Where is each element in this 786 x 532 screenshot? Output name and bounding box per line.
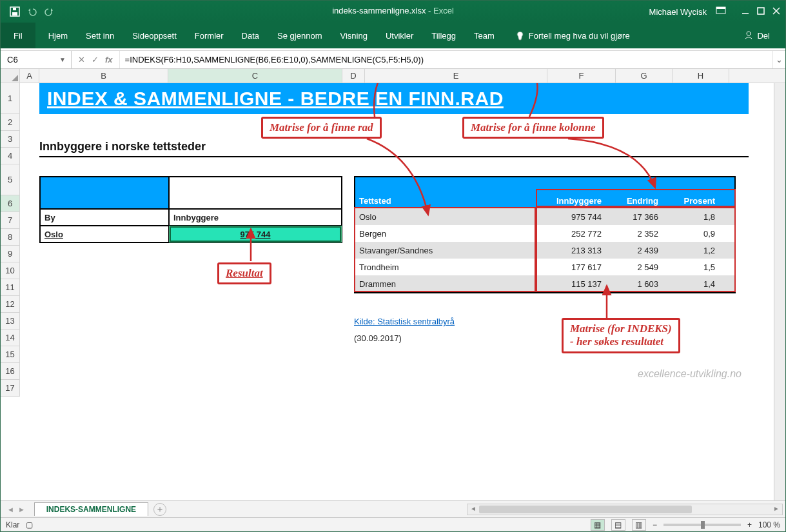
column-headers: A B C D E F G H [1, 69, 785, 83]
undo-icon[interactable] [26, 7, 38, 16]
col-header-F[interactable]: F [547, 69, 616, 83]
row-header-15[interactable]: 15 [1, 346, 19, 363]
horizontal-scrollbar[interactable] [467, 504, 783, 515]
tell-me-search[interactable]: Fortell meg hva du vil gjøre [504, 23, 736, 48]
vertical-scrollbar[interactable] [774, 83, 785, 500]
result-city[interactable]: Oslo [41, 226, 170, 242]
zoom-in-button[interactable]: + [747, 520, 752, 529]
user-name[interactable]: Michael Wycisk [649, 7, 707, 17]
result-table: By Innbyggere Oslo 975 744 [39, 176, 342, 243]
zoom-level[interactable]: 100 % [758, 520, 780, 529]
macro-record-icon[interactable]: ▢ [26, 520, 33, 529]
sheet-nav-prev-icon[interactable]: ◄ [7, 506, 14, 513]
row-header-5[interactable]: 5 [1, 164, 19, 195]
insert-function-icon[interactable]: fx [105, 55, 113, 64]
tab-visning[interactable]: Visning [331, 23, 376, 48]
save-icon[interactable] [10, 6, 20, 17]
row-header-2[interactable]: 2 [1, 114, 19, 131]
tab-file[interactable]: Fil [1, 23, 35, 48]
watermark: excellence-utvikling.no [638, 368, 742, 380]
lightbulb-icon [515, 31, 525, 41]
spreadsheet-grid[interactable]: 1 2 3 4 5 6 7 8 9 10 11 12 13 14 15 16 1… [1, 83, 774, 500]
sheet-tab-bar: ◄ ► INDEKS-SAMMENLIGNE ＋ [1, 500, 785, 517]
tab-formler[interactable]: Formler [186, 23, 233, 48]
formula-input[interactable] [120, 51, 772, 68]
row-header-4[interactable]: 4 [1, 148, 19, 164]
new-sheet-button[interactable]: ＋ [153, 503, 166, 516]
svg-rect-2 [13, 8, 16, 10]
tab-tillegg[interactable]: Tillegg [422, 23, 465, 48]
result-header-innbyggere: Innbyggere [170, 210, 341, 225]
tab-segjennom[interactable]: Se gjennom [268, 23, 331, 48]
col-header-A[interactable]: A [20, 69, 39, 83]
annot-resultat: Resultat [217, 262, 271, 284]
source-link[interactable]: Kilde: Statistisk sentralbyrå [354, 317, 455, 326]
select-all-corner[interactable] [1, 69, 20, 83]
col-header-E[interactable]: E [365, 69, 547, 83]
subtitle: Innbyggere i norske tettsteder [39, 140, 749, 157]
row-header-14[interactable]: 14 [1, 330, 19, 346]
name-box-input[interactable] [6, 54, 44, 65]
expand-formula-bar-icon[interactable]: ⌄ [772, 51, 785, 68]
tab-data[interactable]: Data [233, 23, 268, 48]
maximize-icon[interactable] [757, 7, 765, 17]
row-header-8[interactable]: 8 [1, 229, 19, 246]
row-header-7[interactable]: 7 [1, 212, 19, 229]
result-value-cell[interactable]: 975 744 [170, 226, 341, 242]
accept-formula-icon[interactable]: ✓ [92, 55, 99, 64]
row-header-13[interactable]: 13 [1, 313, 19, 330]
app-name: Excel [433, 6, 454, 15]
table-row: Stavanger/Sandnes213 3132 4391,2 [355, 242, 734, 259]
col-header-D[interactable]: D [342, 69, 365, 83]
chevron-down-icon[interactable]: ▼ [59, 56, 66, 63]
col-header-H[interactable]: H [673, 69, 729, 83]
row-header-16[interactable]: 16 [1, 363, 19, 380]
annot-matrise-rad: Matrise for å finne rad [261, 117, 382, 139]
name-box[interactable]: ▼ [1, 51, 72, 68]
row-header-11[interactable]: 11 [1, 279, 19, 296]
row-header-3[interactable]: 3 [1, 131, 19, 148]
row-header-1[interactable]: 1 [1, 83, 19, 114]
result-header-by: By [41, 210, 170, 225]
window-titlebar: indeks-sammenligne.xlsx - Excel Michael … [1, 1, 785, 23]
dth-prosent: Prosent [662, 196, 719, 206]
share-icon [744, 30, 753, 41]
row-header-9[interactable]: 9 [1, 246, 19, 262]
close-icon[interactable] [772, 7, 780, 17]
zoom-slider[interactable] [663, 524, 741, 526]
view-page-layout-icon[interactable]: ▤ [611, 519, 625, 531]
dth-tettsted: Tettsted [355, 196, 537, 206]
tab-sideoppsett[interactable]: Sideoppsett [123, 23, 186, 48]
col-header-G[interactable]: G [616, 69, 673, 83]
tab-team[interactable]: Team [465, 23, 504, 48]
view-normal-icon[interactable]: ▦ [591, 519, 605, 531]
tab-settinn[interactable]: Sett inn [77, 23, 123, 48]
ribbon-display-options-icon[interactable] [716, 6, 726, 17]
sheet-tab-active[interactable]: INDEKS-SAMMENLIGNE [34, 502, 148, 516]
document-title: indeks-sammenligne.xlsx [332, 6, 426, 15]
sheet-nav-next-icon[interactable]: ► [18, 506, 25, 513]
row-header-12[interactable]: 12 [1, 296, 19, 313]
cancel-formula-icon[interactable]: ✕ [78, 55, 85, 64]
status-ready: Klar [6, 520, 19, 529]
ribbon: Fil Hjem Sett inn Sideoppsett Formler Da… [1, 23, 785, 48]
col-header-C[interactable]: C [168, 69, 342, 83]
formula-bar: ▼ ✕ ✓ fx ⌄ [1, 51, 785, 69]
table-row: Bergen252 7722 3520,9 [355, 225, 734, 242]
zoom-out-button[interactable]: − [653, 520, 657, 529]
redo-icon[interactable] [44, 7, 56, 16]
row-header-6[interactable]: 6 [1, 195, 19, 212]
share-button[interactable]: Del [735, 23, 779, 48]
table-row: Oslo975 74417 3661,8 [355, 208, 734, 225]
tab-hjem[interactable]: Hjem [39, 23, 77, 48]
row-headers: 1 2 3 4 5 6 7 8 9 10 11 12 13 14 15 16 1… [1, 83, 20, 397]
tab-utvikler[interactable]: Utvikler [377, 23, 422, 48]
annot-matrise-kolonne: Matrise for å finne kolonne [462, 117, 604, 139]
dth-innbyggere: Innbyggere [537, 196, 605, 206]
svg-point-9 [747, 32, 751, 35]
row-header-17[interactable]: 17 [1, 380, 19, 397]
row-header-10[interactable]: 10 [1, 262, 19, 279]
col-header-B[interactable]: B [39, 69, 168, 83]
minimize-icon[interactable] [742, 7, 749, 17]
view-page-break-icon[interactable]: ▥ [632, 519, 646, 531]
